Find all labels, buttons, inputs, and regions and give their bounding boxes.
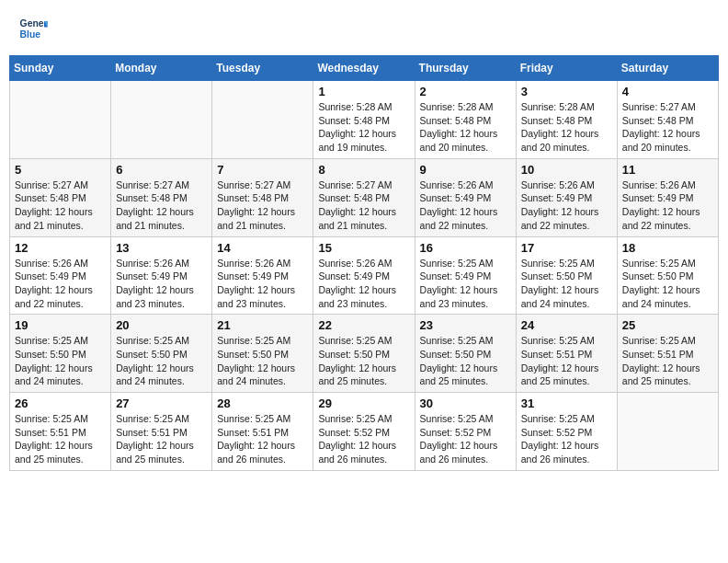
calendar-cell: 5Sunrise: 5:27 AM Sunset: 5:48 PM Daylig…: [10, 158, 111, 236]
day-number: 10: [521, 163, 612, 177]
day-info: Sunrise: 5:25 AM Sunset: 5:50 PM Dayligh…: [116, 334, 207, 388]
day-number: 26: [15, 396, 106, 410]
day-info: Sunrise: 5:25 AM Sunset: 5:50 PM Dayligh…: [217, 334, 308, 388]
day-number: 5: [15, 163, 106, 177]
calendar-cell: 16Sunrise: 5:25 AM Sunset: 5:49 PM Dayli…: [415, 236, 516, 315]
day-info: Sunrise: 5:25 AM Sunset: 5:51 PM Dayligh…: [116, 412, 207, 466]
day-number: 23: [420, 318, 511, 332]
day-number: 31: [521, 396, 612, 410]
day-number: 17: [521, 241, 612, 255]
calendar-cell: 24Sunrise: 5:25 AM Sunset: 5:51 PM Dayli…: [516, 315, 617, 393]
day-info: Sunrise: 5:26 AM Sunset: 5:49 PM Dayligh…: [116, 257, 207, 311]
calendar-cell: 27Sunrise: 5:25 AM Sunset: 5:51 PM Dayli…: [111, 393, 212, 471]
day-info: Sunrise: 5:25 AM Sunset: 5:51 PM Dayligh…: [217, 412, 308, 466]
weekday-header-friday: Friday: [516, 56, 617, 81]
day-info: Sunrise: 5:28 AM Sunset: 5:48 PM Dayligh…: [420, 100, 511, 155]
day-number: 16: [420, 241, 511, 255]
day-info: Sunrise: 5:25 AM Sunset: 5:49 PM Dayligh…: [420, 257, 511, 311]
day-number: 3: [521, 85, 612, 98]
day-number: 6: [116, 163, 207, 177]
day-info: Sunrise: 5:26 AM Sunset: 5:49 PM Dayligh…: [15, 257, 106, 311]
calendar-cell: 1Sunrise: 5:28 AM Sunset: 5:48 PM Daylig…: [313, 81, 415, 159]
day-number: 13: [116, 241, 207, 255]
calendar-cell: 21Sunrise: 5:25 AM Sunset: 5:50 PM Dayli…: [212, 315, 313, 393]
calendar-cell: [617, 393, 718, 471]
day-number: 24: [521, 318, 612, 332]
day-info: Sunrise: 5:26 AM Sunset: 5:49 PM Dayligh…: [318, 257, 409, 311]
calendar-cell: 29Sunrise: 5:25 AM Sunset: 5:52 PM Dayli…: [313, 393, 415, 471]
calendar-cell: 14Sunrise: 5:26 AM Sunset: 5:49 PM Dayli…: [212, 236, 313, 315]
day-number: 11: [622, 163, 713, 177]
svg-text:Blue: Blue: [20, 29, 41, 40]
day-number: 27: [116, 396, 207, 410]
calendar-cell: 25Sunrise: 5:25 AM Sunset: 5:51 PM Dayli…: [617, 315, 718, 393]
logo-icon: General Blue: [18, 14, 48, 43]
calendar-cell: 2Sunrise: 5:28 AM Sunset: 5:48 PM Daylig…: [415, 81, 516, 159]
calendar-week-4: 19Sunrise: 5:25 AM Sunset: 5:50 PM Dayli…: [10, 315, 719, 393]
day-number: 19: [15, 318, 106, 332]
day-number: 1: [318, 85, 409, 98]
calendar-cell: 9Sunrise: 5:26 AM Sunset: 5:49 PM Daylig…: [415, 158, 516, 236]
day-info: Sunrise: 5:25 AM Sunset: 5:51 PM Dayligh…: [15, 412, 106, 466]
calendar-cell: 8Sunrise: 5:27 AM Sunset: 5:48 PM Daylig…: [313, 158, 415, 236]
calendar-week-2: 5Sunrise: 5:27 AM Sunset: 5:48 PM Daylig…: [10, 158, 719, 236]
day-number: 14: [217, 241, 308, 255]
day-number: 2: [420, 85, 511, 98]
day-number: 20: [116, 318, 207, 332]
weekday-header-monday: Monday: [111, 56, 212, 81]
calendar-cell: 23Sunrise: 5:25 AM Sunset: 5:50 PM Dayli…: [415, 315, 516, 393]
calendar-cell: [212, 81, 313, 159]
day-number: 28: [217, 396, 308, 410]
calendar-week-5: 26Sunrise: 5:25 AM Sunset: 5:51 PM Dayli…: [10, 393, 719, 471]
day-number: 29: [318, 396, 409, 410]
calendar-cell: 18Sunrise: 5:25 AM Sunset: 5:50 PM Dayli…: [617, 236, 718, 315]
logo: General Blue: [18, 14, 48, 43]
day-info: Sunrise: 5:25 AM Sunset: 5:51 PM Dayligh…: [622, 334, 713, 388]
day-number: 22: [318, 318, 409, 332]
day-info: Sunrise: 5:28 AM Sunset: 5:48 PM Dayligh…: [318, 100, 409, 155]
day-info: Sunrise: 5:27 AM Sunset: 5:48 PM Dayligh…: [116, 178, 207, 233]
day-number: 4: [622, 85, 713, 98]
day-info: Sunrise: 5:25 AM Sunset: 5:51 PM Dayligh…: [521, 334, 612, 388]
calendar-cell: [10, 81, 111, 159]
calendar-week-1: 1Sunrise: 5:28 AM Sunset: 5:48 PM Daylig…: [10, 81, 719, 159]
day-number: 21: [217, 318, 308, 332]
calendar-cell: 7Sunrise: 5:27 AM Sunset: 5:48 PM Daylig…: [212, 158, 313, 236]
day-info: Sunrise: 5:25 AM Sunset: 5:52 PM Dayligh…: [521, 412, 612, 466]
calendar-cell: 4Sunrise: 5:27 AM Sunset: 5:48 PM Daylig…: [617, 81, 718, 159]
day-info: Sunrise: 5:25 AM Sunset: 5:50 PM Dayligh…: [622, 257, 713, 311]
calendar-cell: 17Sunrise: 5:25 AM Sunset: 5:50 PM Dayli…: [516, 236, 617, 315]
day-info: Sunrise: 5:25 AM Sunset: 5:52 PM Dayligh…: [318, 412, 409, 466]
day-number: 18: [622, 241, 713, 255]
day-number: 7: [217, 163, 308, 177]
day-number: 25: [622, 318, 713, 332]
calendar-cell: 31Sunrise: 5:25 AM Sunset: 5:52 PM Dayli…: [516, 393, 617, 471]
weekday-header-saturday: Saturday: [617, 56, 718, 81]
day-number: 9: [420, 163, 511, 177]
weekday-header-wednesday: Wednesday: [313, 56, 415, 81]
calendar-cell: 26Sunrise: 5:25 AM Sunset: 5:51 PM Dayli…: [10, 393, 111, 471]
weekday-header-row: SundayMondayTuesdayWednesdayThursdayFrid…: [10, 56, 719, 81]
day-info: Sunrise: 5:27 AM Sunset: 5:48 PM Dayligh…: [217, 178, 308, 233]
calendar-cell: 10Sunrise: 5:26 AM Sunset: 5:49 PM Dayli…: [516, 158, 617, 236]
calendar-cell: 22Sunrise: 5:25 AM Sunset: 5:50 PM Dayli…: [313, 315, 415, 393]
calendar-cell: 28Sunrise: 5:25 AM Sunset: 5:51 PM Dayli…: [212, 393, 313, 471]
day-info: Sunrise: 5:25 AM Sunset: 5:50 PM Dayligh…: [521, 257, 612, 311]
calendar-cell: 6Sunrise: 5:27 AM Sunset: 5:48 PM Daylig…: [111, 158, 212, 236]
svg-text:General: General: [20, 18, 48, 29]
calendar-cell: 20Sunrise: 5:25 AM Sunset: 5:50 PM Dayli…: [111, 315, 212, 393]
day-info: Sunrise: 5:26 AM Sunset: 5:49 PM Dayligh…: [521, 178, 612, 233]
page-header: General Blue: [9, 9, 719, 48]
day-info: Sunrise: 5:25 AM Sunset: 5:50 PM Dayligh…: [15, 334, 106, 388]
day-info: Sunrise: 5:26 AM Sunset: 5:49 PM Dayligh…: [420, 178, 511, 233]
day-info: Sunrise: 5:25 AM Sunset: 5:50 PM Dayligh…: [318, 334, 409, 388]
day-info: Sunrise: 5:26 AM Sunset: 5:49 PM Dayligh…: [622, 178, 713, 233]
calendar-cell: [111, 81, 212, 159]
day-info: Sunrise: 5:28 AM Sunset: 5:48 PM Dayligh…: [521, 100, 612, 155]
calendar-cell: 30Sunrise: 5:25 AM Sunset: 5:52 PM Dayli…: [415, 393, 516, 471]
day-number: 30: [420, 396, 511, 410]
day-number: 8: [318, 163, 409, 177]
day-number: 12: [15, 241, 106, 255]
calendar-cell: 11Sunrise: 5:26 AM Sunset: 5:49 PM Dayli…: [617, 158, 718, 236]
calendar-cell: 13Sunrise: 5:26 AM Sunset: 5:49 PM Dayli…: [111, 236, 212, 315]
